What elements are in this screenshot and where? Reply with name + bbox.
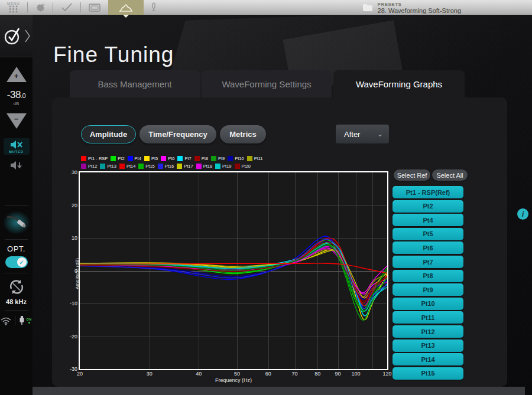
y-axis-label: Amplitude (dB) <box>74 258 80 289</box>
preset-name: 28. Waveforming Soft-Strong <box>378 8 461 14</box>
legend-swatch <box>177 156 183 161</box>
toggle-check-icon: ✓ <box>17 257 27 267</box>
page-title: Fine Tuning <box>53 43 174 67</box>
microphone-button[interactable] <box>144 0 164 15</box>
volume-unit: dB <box>14 101 20 106</box>
y-tick: -20 <box>70 334 80 339</box>
subtab-label: Amplitude <box>90 130 128 139</box>
x-tick: 20 <box>77 369 83 377</box>
legend-swatch <box>81 164 86 169</box>
presets-text: PRESETS 28. Waveforming Soft-Strong <box>378 2 461 14</box>
x-tick: 90 <box>335 369 340 377</box>
legend-label: Pt8 <box>202 155 208 162</box>
legend-item: Pt5 <box>144 155 158 162</box>
x-tick: 40 <box>196 369 202 377</box>
legend-swatch <box>215 164 220 169</box>
volume-up-button[interactable]: + <box>7 67 27 82</box>
legend-item: Pt2 <box>111 155 124 162</box>
tab-bass-management[interactable]: Bass Management <box>70 70 200 98</box>
legend-label: Pt19 <box>222 163 231 169</box>
select-all-button[interactable]: Select All <box>432 169 468 181</box>
menu-button[interactable]: MENU <box>0 0 27 15</box>
point-button-pt15[interactable]: Pt15 <box>392 367 463 380</box>
settings-button[interactable] <box>28 0 53 15</box>
legend-swatch <box>111 156 116 161</box>
legend-swatch <box>119 164 125 169</box>
point-button-pt6[interactable]: Pt6 <box>392 241 463 254</box>
y-tick: 10 <box>72 235 80 241</box>
legend-label: Pt20 <box>242 163 251 169</box>
amplitude-chart-canvas <box>80 172 387 369</box>
point-button-pt5[interactable]: Pt5 <box>392 228 463 240</box>
legend-swatch <box>194 156 200 161</box>
logo-check-circle-icon <box>3 26 23 46</box>
subtab-label: Metrics <box>229 130 257 139</box>
sample-rate-label: 48 kHz <box>6 298 27 305</box>
point-button-pt9[interactable]: Pt9 <box>392 283 463 296</box>
calibration-button[interactable] <box>53 0 80 15</box>
tab-waveforming-settings[interactable]: WaveForming Settings <box>202 70 332 98</box>
info-icon: i <box>522 210 524 218</box>
legend-swatch <box>81 156 86 161</box>
legend-item: Pt1 - RSP <box>81 155 108 162</box>
legend-label: Pt18 <box>203 163 212 169</box>
usb-on-dot <box>28 322 30 324</box>
legend-swatch <box>177 164 182 169</box>
info-button[interactable]: i <box>517 208 528 220</box>
point-button-pt4[interactable]: Pt4 <box>392 214 463 226</box>
chevron-down-icon: ⌄ <box>377 130 383 138</box>
sync-icon[interactable] <box>8 278 25 296</box>
legend-item: Pt10 <box>228 155 244 162</box>
display-icon <box>89 4 100 12</box>
wifi-icon[interactable] <box>1 317 11 325</box>
select-ref-button[interactable]: Select Ref <box>394 169 430 181</box>
legend-label: Pt17 <box>184 163 193 169</box>
dim-volume-button[interactable] <box>10 161 23 170</box>
gear-icon <box>35 3 45 12</box>
usb-status[interactable]: ON <box>19 315 31 325</box>
point-button-pt10[interactable]: Pt10 <box>392 298 463 310</box>
legend-label: Pt7 <box>184 155 191 162</box>
legend-item: Pt16 <box>158 163 174 169</box>
legend-label: Pt6 <box>168 155 174 162</box>
subtab-metrics[interactable]: Metrics <box>220 125 266 143</box>
point-button-pt1-rsp-ref-[interactable]: Pt1 - RSP(Ref) <box>392 186 463 198</box>
point-button-pt8[interactable]: Pt8 <box>392 270 463 282</box>
legend-label: Pt15 <box>145 163 154 169</box>
graphs-button-active[interactable] <box>108 0 144 15</box>
legend-label: Pt11 <box>254 155 263 162</box>
y-tick: 20 <box>72 203 80 208</box>
legend-item: Pt15 <box>138 163 154 169</box>
subtab-time-frequency[interactable]: Time/Frequency <box>140 125 216 143</box>
microphone-icon <box>151 2 156 13</box>
point-button-pt7[interactable]: Pt7 <box>392 256 463 268</box>
legend-label: Pt4 <box>135 155 141 162</box>
optical-toggle[interactable]: ✓ <box>5 256 28 268</box>
before-after-dropdown[interactable]: After ⌄ <box>336 125 389 143</box>
brand-logo[interactable] <box>0 15 33 57</box>
display-button[interactable] <box>81 0 108 15</box>
legend-label: Pt12 <box>88 163 97 169</box>
tab-waveforming-graphs[interactable]: WaveForming Graphs <box>333 70 465 98</box>
presets-selector[interactable]: PRESETS 28. Waveforming Soft-Strong <box>362 0 461 15</box>
point-button-pt13[interactable]: Pt13 <box>392 339 463 352</box>
legend-item: Pt6 <box>161 155 174 162</box>
volume-down-button[interactable]: − <box>7 113 27 129</box>
legend-swatch <box>138 164 144 169</box>
checkmark-icon <box>61 3 73 12</box>
xlr-input-indicator[interactable] <box>3 211 30 234</box>
legend-label: Pt13 <box>107 163 116 169</box>
point-button-pt2[interactable]: Pt2 <box>392 200 463 213</box>
point-button-pt14[interactable]: Pt14 <box>392 353 463 365</box>
point-button-pt11[interactable]: Pt11 <box>392 311 463 324</box>
legend-item: Pt9 <box>211 155 225 162</box>
optical-label: OPT. <box>7 244 25 253</box>
legend-swatch <box>196 164 202 169</box>
legend-item: Pt18 <box>196 163 212 169</box>
point-button-pt12[interactable]: Pt12 <box>392 325 463 338</box>
mute-button[interactable]: MUTED <box>4 138 30 155</box>
legend-label: Pt2 <box>118 155 124 162</box>
select-ref-label: Select Ref <box>397 172 427 179</box>
subtab-amplitude[interactable]: Amplitude <box>81 125 136 143</box>
x-tick: 100 <box>352 369 361 377</box>
